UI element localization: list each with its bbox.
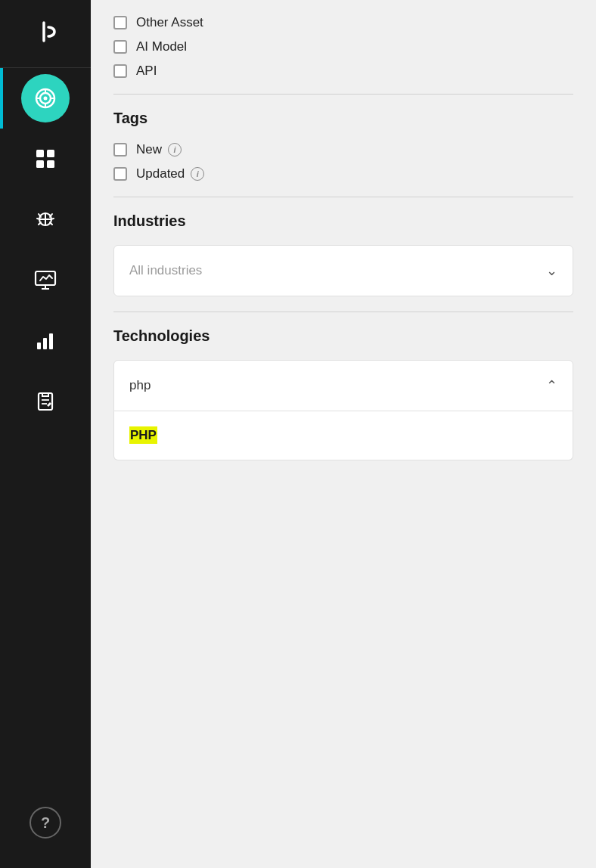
sidebar: ? bbox=[0, 0, 91, 868]
other-asset-item: Other Asset bbox=[113, 15, 573, 30]
sidebar-item-bug[interactable] bbox=[0, 189, 91, 250]
logo-icon bbox=[30, 17, 61, 51]
tags-section: Tags New i Updated i bbox=[113, 110, 573, 181]
industries-dropdown[interactable]: All industries ⌄ bbox=[113, 245, 573, 296]
industries-title: Industries bbox=[113, 212, 573, 230]
svg-rect-9 bbox=[36, 160, 44, 168]
svg-rect-10 bbox=[47, 160, 54, 168]
updated-tag-info-icon[interactable]: i bbox=[191, 167, 204, 181]
svg-point-2 bbox=[44, 97, 48, 101]
technologies-chevron-up-icon: ⌃ bbox=[546, 377, 557, 394]
industries-chevron-down-icon: ⌄ bbox=[546, 262, 557, 279]
api-item: API bbox=[113, 64, 573, 79]
new-tag-checkbox[interactable] bbox=[113, 143, 127, 157]
new-tag-info-icon[interactable]: i bbox=[168, 143, 182, 157]
industries-placeholder: All industries bbox=[129, 263, 202, 278]
svg-rect-8 bbox=[47, 150, 54, 157]
updated-tag-checkbox[interactable] bbox=[113, 167, 127, 181]
dashboard-icon bbox=[34, 147, 57, 170]
bug-icon bbox=[34, 208, 57, 231]
ai-model-checkbox[interactable] bbox=[113, 40, 127, 54]
technologies-option-php[interactable]: PHP bbox=[114, 411, 573, 460]
updated-tag-item: Updated i bbox=[113, 166, 573, 181]
tags-title: Tags bbox=[113, 110, 573, 127]
main-content: Other Asset AI Model API Tags New i bbox=[91, 0, 596, 868]
clipboard-icon bbox=[34, 389, 57, 412]
ai-model-item: AI Model bbox=[113, 39, 573, 54]
target-icon-circle bbox=[21, 74, 70, 122]
sidebar-item-help[interactable]: ? bbox=[0, 792, 91, 853]
help-icon: ? bbox=[29, 807, 61, 839]
svg-rect-17 bbox=[37, 343, 41, 349]
divider-2 bbox=[113, 197, 573, 197]
api-label[interactable]: API bbox=[136, 64, 157, 79]
svg-rect-18 bbox=[43, 338, 47, 349]
other-asset-label[interactable]: Other Asset bbox=[136, 15, 203, 30]
technologies-input-value: php bbox=[129, 378, 151, 393]
technologies-option-highlight: PHP bbox=[129, 428, 157, 443]
technologies-section: Technologies php ⌃ PHP bbox=[113, 327, 573, 460]
new-tag-label[interactable]: New i bbox=[136, 142, 182, 157]
sidebar-item-monitor[interactable] bbox=[0, 250, 91, 310]
technologies-input[interactable]: php ⌃ bbox=[113, 360, 573, 411]
technologies-title: Technologies bbox=[113, 327, 573, 345]
new-tag-item: New i bbox=[113, 142, 573, 157]
divider-3 bbox=[113, 312, 573, 312]
updated-tag-label[interactable]: Updated i bbox=[136, 166, 204, 181]
monitor-icon bbox=[34, 268, 57, 291]
chart-icon bbox=[34, 329, 57, 352]
technologies-dropdown-list: PHP bbox=[113, 411, 573, 460]
divider-1 bbox=[113, 94, 573, 95]
svg-rect-19 bbox=[49, 333, 53, 349]
svg-rect-7 bbox=[36, 150, 44, 157]
industries-dropdown-wrapper: All industries ⌄ bbox=[113, 245, 573, 296]
industries-section: Industries All industries ⌄ bbox=[113, 212, 573, 296]
sidebar-item-clipboard[interactable] bbox=[0, 370, 91, 431]
technologies-dropdown-wrapper: php ⌃ PHP bbox=[113, 360, 573, 460]
asset-type-section: Other Asset AI Model API bbox=[113, 15, 573, 79]
sidebar-item-dashboard[interactable] bbox=[0, 129, 91, 189]
sidebar-item-target[interactable] bbox=[0, 68, 91, 129]
other-asset-checkbox[interactable] bbox=[113, 16, 127, 29]
api-checkbox[interactable] bbox=[113, 64, 127, 78]
sidebar-logo bbox=[0, 0, 91, 68]
sidebar-item-chart[interactable] bbox=[0, 310, 91, 370]
ai-model-label[interactable]: AI Model bbox=[136, 39, 187, 54]
